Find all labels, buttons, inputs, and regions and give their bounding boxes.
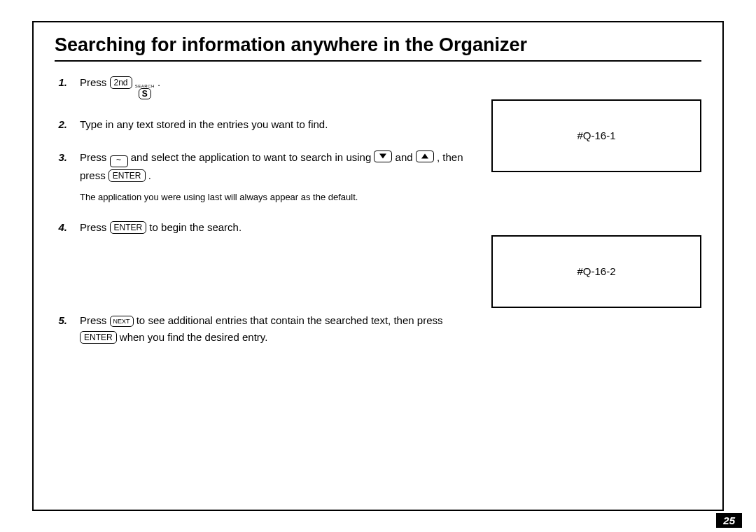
step-5: 5. Press NEXT to see additional entries … xyxy=(55,312,470,345)
figure-placeholder-2: #Q-16-2 xyxy=(491,235,701,308)
key-tilde: ~ xyxy=(110,155,128,167)
step-1: 1. Press 2nd SEARCH S . xyxy=(55,74,470,99)
key-enter: ENTER xyxy=(80,331,117,344)
page-title: Searching for information anywhere in th… xyxy=(55,35,701,56)
page-number: 25 xyxy=(716,513,742,528)
step-text: . xyxy=(146,169,151,181)
title-rule xyxy=(55,60,701,62)
key-enter: ENTER xyxy=(110,221,147,234)
figure-column: #Q-16-1 #Q-16-2 xyxy=(491,74,701,362)
step-number: 2. xyxy=(55,116,67,132)
step-text: Press xyxy=(80,151,110,163)
key-arrow-down-icon xyxy=(374,150,392,162)
step-4: 4. Press ENTER to begin the search. xyxy=(55,219,470,235)
step-number: 1. xyxy=(55,74,67,99)
instruction-steps: 1. Press 2nd SEARCH S . 2. Type in a xyxy=(55,74,470,362)
step-text: Press xyxy=(80,221,110,233)
step-text: and select the application to want to se… xyxy=(131,151,374,163)
step-text: to begin the search. xyxy=(149,221,241,233)
step-text: Type in any text stored in the entries y… xyxy=(80,116,470,132)
step-text: and xyxy=(396,151,416,163)
step-3: 3. Press ~ and select the application to… xyxy=(55,149,470,183)
step-number: 4. xyxy=(55,219,67,235)
page-frame: Searching for information anywhere in th… xyxy=(32,21,724,511)
key-2nd: 2nd xyxy=(110,76,132,89)
step-note: The application you were using last will… xyxy=(80,192,470,202)
key-enter: ENTER xyxy=(108,169,146,182)
key-search-s: SEARCH S xyxy=(135,84,155,99)
figure-placeholder-1: #Q-16-1 xyxy=(491,99,701,172)
step-text: to see additional entries that contain t… xyxy=(136,314,443,326)
step-text: Press xyxy=(80,314,110,326)
step-2: 2. Type in any text stored in the entrie… xyxy=(55,116,470,132)
step-text: . xyxy=(155,76,160,88)
step-number: 3. xyxy=(55,149,67,183)
key-next: NEXT xyxy=(110,316,134,327)
step-text: when you find the desired entry. xyxy=(120,331,268,343)
key-arrow-up-icon xyxy=(416,150,434,162)
step-text: Press xyxy=(80,76,110,88)
step-number: 5. xyxy=(55,312,67,345)
